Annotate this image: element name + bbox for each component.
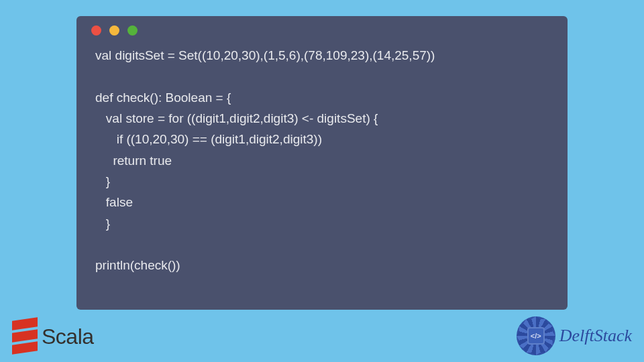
code-line: return true: [95, 154, 172, 168]
code-line: println(check()): [95, 258, 180, 272]
delftstack-icon: </>: [517, 316, 555, 355]
close-icon: [91, 25, 101, 36]
scala-icon: [12, 318, 39, 355]
code-brackets-icon: </>: [527, 327, 545, 345]
code-window: val digitsSet = Set((10,20,30),(1,5,6),(…: [76, 16, 568, 310]
code-line: val store = for ((digit1,digit2,digit3) …: [95, 111, 378, 125]
scala-logo: Scala: [12, 318, 94, 355]
minimize-icon: [109, 25, 119, 36]
maximize-icon: [127, 25, 138, 36]
code-line: }: [95, 174, 110, 188]
scala-logo-text: Scala: [42, 324, 94, 349]
delftstack-logo-text: DelftStack: [559, 326, 632, 346]
delftstack-logo: </> DelftStack: [517, 316, 632, 355]
code-line: if ((10,20,30) == (digit1,digit2,digit3)…: [95, 132, 322, 146]
window-controls: [76, 16, 568, 42]
code-block: val digitsSet = Set((10,20,30),(1,5,6),(…: [76, 42, 568, 290]
code-line: }: [95, 217, 110, 231]
code-line: def check(): Boolean = {: [95, 90, 231, 105]
code-line: val digitsSet = Set((10,20,30),(1,5,6),(…: [95, 48, 435, 62]
code-line: false: [95, 195, 133, 209]
